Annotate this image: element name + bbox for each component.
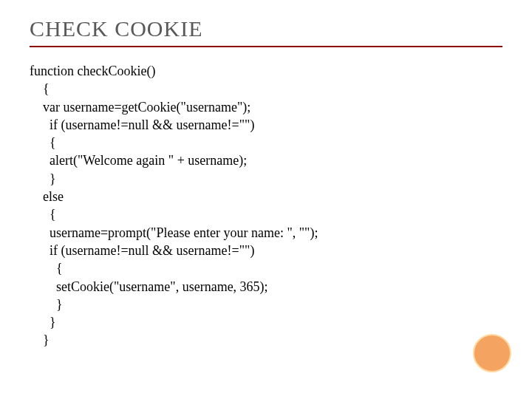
- code-block: function checkCookie() { var username=ge…: [30, 62, 502, 349]
- slide: CHECK COOKIE function checkCookie() { va…: [0, 0, 532, 399]
- code-line: }: [30, 315, 56, 330]
- code-line: function checkCookie(): [30, 64, 155, 78]
- code-line: {: [30, 135, 56, 150]
- code-line: {: [30, 81, 50, 96]
- title-divider: [30, 46, 502, 47]
- slide-title: CHECK COOKIE: [30, 16, 502, 41]
- code-line: alert("Welcome again " + username);: [30, 153, 247, 168]
- code-line: setCookie("username", username, 365);: [30, 279, 268, 294]
- code-line: }: [30, 332, 50, 347]
- code-line: if (username!=null && username!=""): [30, 117, 254, 132]
- code-line: {: [30, 261, 63, 276]
- code-line: else: [30, 189, 64, 204]
- code-line: var username=getCookie("username");: [30, 100, 250, 115]
- code-line: }: [30, 297, 63, 312]
- code-line: }: [30, 171, 56, 186]
- decorative-circle-icon: [473, 334, 511, 372]
- code-line: {: [30, 207, 56, 222]
- code-line: username=prompt("Please enter your name:…: [30, 225, 318, 240]
- code-line: if (username!=null && username!=""): [30, 243, 254, 258]
